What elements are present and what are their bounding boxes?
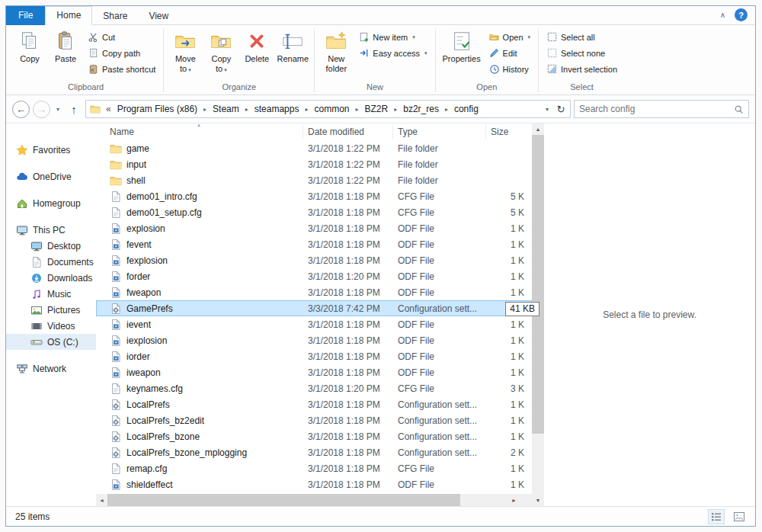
file-row[interactable]: remap.cfg 3/1/2018 1:18 PM CFG File 1 K	[96, 460, 532, 476]
sidebar-item[interactable]: Favorites	[6, 142, 96, 158]
file-row[interactable]: demo01_intro.cfg 3/1/2018 1:18 PM CFG Fi…	[96, 188, 532, 204]
ribbon-collapse-button[interactable]: ∧	[720, 11, 725, 19]
move-to-button[interactable]: Move to▾	[168, 27, 203, 74]
copy-button[interactable]: Copy	[12, 27, 47, 65]
tab-home[interactable]: Home	[45, 6, 92, 25]
delete-icon	[245, 30, 268, 53]
cut-button[interactable]: Cut	[84, 29, 159, 45]
sidebar-item[interactable]: Network	[6, 361, 96, 377]
sidebar-item[interactable]: Videos	[6, 318, 96, 334]
file-row[interactable]: input 3/1/2018 1:22 PM File folder	[96, 156, 532, 172]
breadcrumb-separator-icon[interactable]: ▸	[442, 106, 451, 113]
recent-locations-dropdown[interactable]: ▾	[53, 106, 62, 113]
sidebar-item[interactable]: Music	[6, 286, 96, 302]
music-icon	[30, 288, 43, 300]
file-list: ▲ Name Date modified Type Size	[96, 123, 544, 506]
breadcrumb-overflow-button[interactable]: «	[103, 104, 114, 114]
sidebar-item[interactable]: Downloads	[6, 270, 96, 286]
sort-ascending-icon: ▲	[197, 123, 201, 127]
sidebar-item[interactable]: Homegroup	[6, 195, 96, 211]
horizontal-scroll-thumb[interactable]	[107, 494, 460, 506]
file-row[interactable]: keynames.cfg 3/1/2018 1:20 PM CFG File 3…	[96, 380, 532, 396]
breadcrumb-separator-icon[interactable]: ▸	[391, 106, 400, 113]
tab-share[interactable]: Share	[92, 8, 138, 25]
address-dropdown-button[interactable]: ▾	[541, 106, 553, 113]
back-button[interactable]: ←	[12, 101, 30, 118]
file-row[interactable]: fevent 3/1/2018 1:18 PM ODF File 1 K	[96, 236, 532, 252]
vertical-scroll-track[interactable]	[532, 434, 544, 495]
breadcrumb-separator-icon[interactable]: ▸	[353, 106, 362, 113]
file-row[interactable]: LocalPrefs 3/1/2018 1:18 PM Configuratio…	[96, 396, 532, 412]
file-row[interactable]: GamePrefs 3/3/2018 7:42 PM Configuration…	[96, 300, 532, 316]
refresh-button[interactable]: ↻	[553, 104, 568, 115]
details-view-button[interactable]	[708, 509, 725, 524]
breadcrumb-separator-icon[interactable]: ▸	[242, 106, 251, 113]
scroll-right-button[interactable]: ►	[508, 494, 520, 506]
rename-button[interactable]: Rename	[275, 27, 310, 65]
file-row[interactable]: ievent 3/1/2018 1:18 PM ODF File 1 K	[96, 316, 532, 332]
edit-button[interactable]: Edit	[485, 45, 534, 61]
invert-selection-button[interactable]: Invert selection	[543, 61, 621, 77]
open-button[interactable]: Open ▾	[485, 29, 534, 45]
select-none-button[interactable]: Select none	[543, 45, 621, 61]
horizontal-scrollbar[interactable]: ◄ ►	[96, 494, 532, 506]
scroll-left-button[interactable]: ◄	[96, 494, 107, 506]
horizontal-scroll-track[interactable]	[107, 494, 508, 506]
file-row[interactable]: forder 3/1/2018 1:20 PM ODF File 1 K	[96, 268, 532, 284]
up-button[interactable]: ↑	[66, 103, 82, 116]
copy-path-button[interactable]: Copy path	[84, 45, 159, 61]
scroll-down-button[interactable]: ▼	[532, 495, 544, 506]
properties-button[interactable]: Properties	[440, 27, 484, 65]
file-row[interactable]: iorder 3/1/2018 1:18 PM ODF File 1 K	[96, 348, 532, 364]
thumbnails-view-button[interactable]	[731, 509, 748, 524]
breadcrumb-item[interactable]: bz2r_res ▸	[400, 104, 451, 114]
paste-shortcut-button[interactable]: Paste shortcut	[84, 61, 159, 77]
column-header-name[interactable]: Name	[105, 125, 303, 139]
column-header-date-modified[interactable]: Date modified	[303, 125, 393, 139]
file-row[interactable]: iweapon 3/1/2018 1:18 PM ODF File 1 K	[96, 364, 532, 380]
sidebar-item[interactable]: This PC	[6, 222, 96, 238]
forward-button[interactable]: →	[33, 101, 50, 118]
help-button[interactable]: ?	[735, 8, 748, 21]
column-header-type[interactable]: Type	[393, 125, 486, 139]
sidebar-item[interactable]: Documents	[6, 254, 96, 270]
breadcrumb-separator-icon[interactable]: ▸	[200, 106, 210, 113]
history-button[interactable]: History	[485, 61, 534, 77]
sidebar-item[interactable]: OneDrive	[6, 168, 96, 184]
vertical-scroll-thumb[interactable]	[532, 135, 544, 434]
breadcrumb-item[interactable]: steamapps ▸	[251, 104, 312, 114]
group-label-new: New	[319, 81, 431, 95]
select-all-button[interactable]: Select all	[543, 29, 621, 45]
sidebar-item[interactable]: Pictures	[6, 302, 96, 318]
breadcrumb-separator-icon[interactable]: ▸	[302, 106, 311, 113]
column-header-size[interactable]: Size	[486, 125, 529, 139]
sidebar-item[interactable]: Desktop	[6, 238, 96, 254]
file-row[interactable]: LocalPrefs_bzone 3/1/2018 1:18 PM Config…	[96, 428, 532, 444]
file-row[interactable]: fexplosion 3/1/2018 1:18 PM ODF File 1 K	[96, 252, 532, 268]
file-row[interactable]: LocalPrefs_bz2edit 3/1/2018 1:18 PM Conf…	[96, 412, 532, 428]
file-row[interactable]: fweapon 3/1/2018 1:18 PM ODF File 1 K	[96, 284, 532, 300]
scroll-up-button[interactable]: ▲	[532, 123, 544, 135]
breadcrumb-item[interactable]: config ▸	[451, 104, 482, 114]
breadcrumb-item[interactable]: Program Files (x86) ▸	[114, 104, 210, 114]
file-row[interactable]: iexplosion 3/1/2018 1:18 PM ODF File 1 K	[96, 332, 532, 348]
search-input[interactable]	[579, 104, 734, 114]
new-folder-button[interactable]: New folder	[319, 27, 354, 74]
breadcrumb-item[interactable]: common ▸	[311, 104, 361, 114]
paste-button[interactable]: Paste	[48, 27, 83, 65]
delete-button[interactable]: Delete	[239, 27, 274, 65]
breadcrumb-item[interactable]: BZ2R ▸	[362, 104, 401, 114]
copy-to-button[interactable]: Copy to▾	[203, 27, 239, 74]
file-row[interactable]: demo01_setup.cfg 3/1/2018 1:18 PM CFG Fi…	[96, 204, 532, 220]
file-row[interactable]: game 3/1/2018 1:22 PM File folder	[96, 140, 532, 156]
easy-access-button[interactable]: Easy access ▾	[354, 45, 431, 61]
breadcrumb-item[interactable]: Steam ▸	[210, 104, 251, 114]
file-row[interactable]: shieldeffect 3/1/2018 1:18 PM ODF File 1…	[96, 476, 532, 492]
tab-file[interactable]: File	[6, 6, 45, 25]
tab-view[interactable]: View	[138, 8, 179, 25]
file-row[interactable]: shell 3/1/2018 1:22 PM File folder	[96, 172, 532, 188]
sidebar-item[interactable]: OS (C:)	[6, 334, 96, 350]
file-row[interactable]: LocalPrefs_bzone_mplogging 3/1/2018 1:18…	[96, 444, 532, 460]
new-item-button[interactable]: New item ▾	[354, 29, 431, 45]
file-row[interactable]: explosion 3/1/2018 1:18 PM ODF File 1 K	[96, 220, 532, 236]
